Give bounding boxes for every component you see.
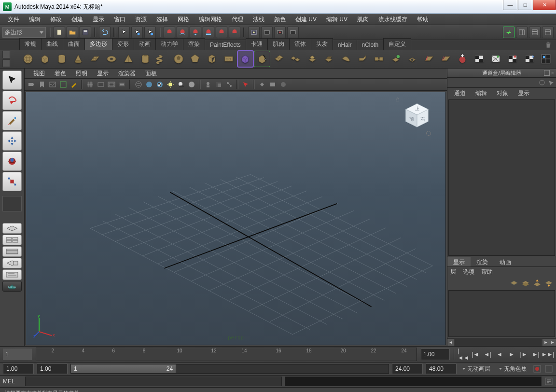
construction-history-button[interactable]: [503, 27, 514, 38]
ltab-render[interactable]: 渲染: [471, 257, 494, 266]
snap-grid-button[interactable]: [164, 27, 175, 38]
planar-map-button[interactable]: [472, 51, 487, 67]
play-forward-button[interactable]: ►: [506, 349, 517, 360]
snap-point-button[interactable]: [190, 27, 201, 38]
menu-create[interactable]: 创建: [67, 14, 88, 25]
anim-layer-dropdown[interactable]: 无动画层: [459, 365, 493, 373]
home-icon[interactable]: ⌂: [396, 95, 400, 103]
attribute-editor-toggle[interactable]: [542, 27, 554, 38]
last-tool-slot[interactable]: [2, 196, 22, 211]
smooth-button[interactable]: [338, 51, 353, 67]
snap-plane-button[interactable]: [203, 27, 214, 38]
sculpt-button[interactable]: [455, 51, 470, 67]
close-panel-icon[interactable]: ×: [551, 70, 554, 76]
spherical-map-button[interactable]: [505, 51, 520, 67]
move-layer-down-icon[interactable]: [544, 279, 553, 287]
module-selector[interactable]: 多边形: [2, 27, 46, 38]
bridge-button[interactable]: [371, 51, 387, 67]
channel-sync-icon[interactable]: [547, 79, 554, 86]
menu-modify[interactable]: 修改: [45, 14, 67, 25]
fill-hole-button[interactable]: [405, 51, 420, 67]
poly-sphere-button[interactable]: [21, 51, 36, 67]
shelf-tab-ncloth[interactable]: nCloth: [357, 40, 384, 50]
new-scene-button[interactable]: [54, 27, 65, 38]
vp-select-camera-icon[interactable]: [27, 80, 36, 89]
lasso-tool[interactable]: [2, 91, 22, 110]
vp-hw-render-icon[interactable]: [268, 80, 278, 89]
script-editor-icon[interactable]: [544, 377, 553, 386]
anim-start-field[interactable]: 1.00: [3, 364, 34, 374]
menu-display[interactable]: 显示: [88, 14, 109, 25]
menu-normals[interactable]: 法线: [248, 14, 269, 25]
chtab-object[interactable]: 对象: [492, 88, 513, 99]
shelf-tab-deform[interactable]: 变形: [112, 38, 134, 50]
poly-platonic-button[interactable]: [188, 51, 203, 67]
chtab-show[interactable]: 显示: [513, 88, 534, 99]
move-layer-up-icon[interactable]: [533, 279, 542, 287]
menu-select[interactable]: 选择: [152, 14, 173, 25]
maya-classic-button[interactable]: MAYA: [2, 281, 22, 292]
chtab-edit[interactable]: 编辑: [471, 88, 492, 99]
interactive-create-button[interactable]: [238, 51, 253, 67]
select-tool[interactable]: [2, 70, 22, 90]
vp-grease-icon[interactable]: [69, 80, 79, 89]
append-button[interactable]: [388, 51, 403, 67]
step-forward-button[interactable]: |►: [518, 349, 529, 360]
layer-editor-toggle[interactable]: [529, 27, 541, 38]
script-editor-button[interactable]: [2, 269, 22, 280]
save-scene-button[interactable]: [80, 27, 91, 38]
render-frame-button[interactable]: [261, 27, 273, 38]
open-scene-button[interactable]: [67, 27, 78, 38]
shelf-tab-dynamics[interactable]: 动力学: [155, 38, 183, 50]
compass-icon[interactable]: [426, 131, 431, 136]
trash-icon[interactable]: [544, 41, 552, 49]
chtab-channels[interactable]: 通道: [449, 88, 471, 99]
channel-lock-icon[interactable]: [539, 79, 545, 86]
menu-window[interactable]: 窗口: [109, 14, 130, 25]
vp-renderer-icon[interactable]: [257, 80, 267, 89]
poly-prism-button[interactable]: [204, 51, 220, 67]
offset-edge-button[interactable]: [438, 51, 454, 67]
lmenu-help[interactable]: 帮助: [481, 268, 493, 276]
vp-grid-icon[interactable]: [85, 80, 95, 89]
poly-cone-button[interactable]: [70, 51, 86, 67]
poly-soccer-button[interactable]: [171, 51, 186, 67]
exit-interactive-button[interactable]: [254, 51, 270, 67]
range-thumb[interactable]: 1 24: [71, 364, 176, 373]
menu-edit-uv[interactable]: 编辑 UV: [321, 14, 352, 25]
vp-gate-mask-icon[interactable]: [117, 80, 127, 89]
render-view-button[interactable]: [248, 27, 260, 38]
close-button[interactable]: ✕: [533, 0, 556, 10]
time-ruler[interactable]: 2 4 6 8 10 12 14 16 18 20 22 24: [36, 348, 417, 361]
combine-button[interactable]: [271, 51, 287, 67]
shelf-tab-hair[interactable]: 头发: [311, 38, 333, 50]
playback-start-field[interactable]: 1.00: [37, 364, 68, 374]
go-end-button[interactable]: ►►|: [542, 349, 553, 360]
vp-shadows-icon[interactable]: [176, 80, 186, 89]
snap-toggle-button[interactable]: [229, 27, 240, 38]
poly-pyramid-button[interactable]: [121, 51, 136, 67]
shelf-tab-toon[interactable]: 卡通: [246, 38, 268, 50]
vp-isolate-icon[interactable]: [203, 80, 213, 89]
shelf-tab-nhair[interactable]: nHair: [333, 40, 357, 50]
vp-textured-icon[interactable]: [155, 80, 165, 89]
extract-button[interactable]: [321, 51, 337, 67]
menu-edit[interactable]: 编辑: [24, 14, 45, 25]
dock-icon[interactable]: [544, 70, 550, 76]
scroll-right2-icon[interactable]: ►: [549, 339, 556, 346]
vp-smooth-shade-icon[interactable]: [144, 80, 154, 89]
vp-menu-view[interactable]: 视图: [28, 69, 50, 79]
menu-mesh[interactable]: 网格: [173, 14, 194, 25]
poly-helix-button[interactable]: [154, 51, 169, 67]
shelf-options-icon[interactable]: [2, 51, 10, 58]
menu-color[interactable]: 颜色: [269, 14, 291, 25]
vp-resolution-icon[interactable]: [107, 80, 116, 89]
ltab-anim[interactable]: 动画: [494, 257, 517, 266]
shelf-tab-muscle[interactable]: 肌肉: [267, 38, 290, 50]
cmd-language-label[interactable]: MEL: [3, 378, 22, 385]
shelf-tab-pfx[interactable]: PaintEffects: [205, 40, 246, 50]
vp-2d-pan-icon[interactable]: [58, 80, 68, 89]
vp-menu-shading[interactable]: 着色: [50, 69, 71, 79]
menu-muscle[interactable]: 肌肉: [352, 14, 374, 25]
insert-edge-button[interactable]: [421, 51, 437, 67]
